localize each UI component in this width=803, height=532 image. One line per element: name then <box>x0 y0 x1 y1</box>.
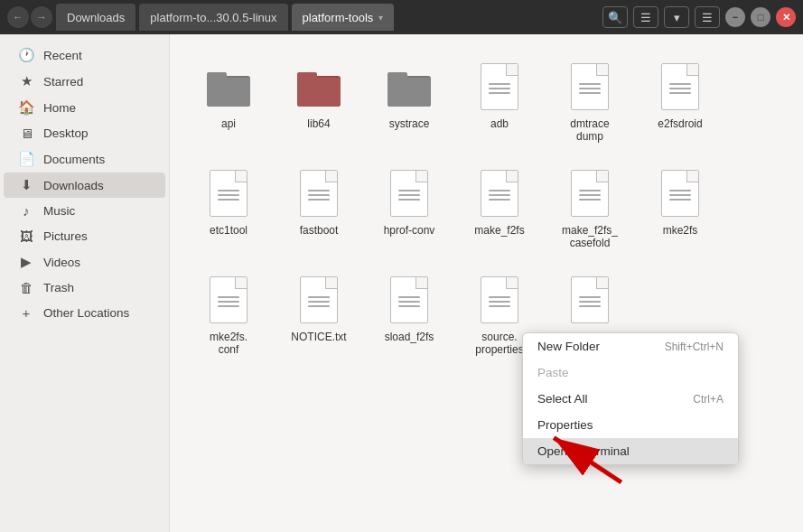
file-item-make-f2fs-casefold[interactable]: make_f2fs_casefold <box>549 159 630 257</box>
other-locations-icon: + <box>18 305 34 321</box>
doc-icon-e2fsdroid <box>657 60 704 114</box>
ctx-paste-label: Paste <box>537 366 569 379</box>
doc-icon-mke2fs <box>657 166 704 220</box>
file-label-notice-txt: NOTICE.txt <box>291 331 346 343</box>
file-label-mke2fs-conf: mke2fs.conf <box>210 331 247 356</box>
main-area: 🕐 Recent ★ Starred 🏠 Home 🖥 Desktop 📄 Do… <box>0 34 803 532</box>
ctx-new-folder-label: New Folder <box>537 340 600 353</box>
tab-platform-tools[interactable]: platform-tools ▾ <box>292 4 395 31</box>
file-label-api: api <box>221 117 236 130</box>
file-item-notice-txt[interactable]: NOTICE.txt <box>278 266 359 363</box>
tab-platform-linux[interactable]: platform-to...30.0.5-linux <box>139 4 287 31</box>
videos-icon: ▶ <box>18 254 34 270</box>
ctx-new-folder[interactable]: New Folder Shift+Ctrl+N <box>523 333 738 359</box>
list-view-button[interactable]: ☰ <box>633 6 658 28</box>
maximize-button[interactable]: □ <box>751 7 770 27</box>
file-label-adb: adb <box>490 117 509 130</box>
sidebar-item-downloads-label: Downloads <box>43 179 104 192</box>
trash-icon: 🗑 <box>18 280 34 295</box>
file-item-etc1tool[interactable]: etc1tool <box>188 159 269 257</box>
file-item-api[interactable]: api <box>188 52 269 150</box>
sidebar-item-recent[interactable]: 🕐 Recent <box>4 42 165 68</box>
doc-icon-mke2fs-conf <box>205 273 252 327</box>
close-button[interactable]: ✕ <box>776 7 796 27</box>
ctx-new-folder-shortcut: Shift+Ctrl+N <box>665 341 724 353</box>
tab-platform-linux-label: platform-to...30.0.5-linux <box>150 11 276 24</box>
file-label-make-f2fs-casefold: make_f2fs_casefold <box>562 224 618 249</box>
music-icon: ♪ <box>18 203 34 219</box>
doc-icon-make-f2fs <box>476 166 523 220</box>
file-item-sload-f2fs[interactable]: sload_f2fs <box>369 266 450 363</box>
file-label-sload-f2fs: sload_f2fs <box>385 331 434 343</box>
forward-button[interactable]: → <box>31 6 52 28</box>
file-label-make-f2fs: make_f2fs <box>474 224 524 237</box>
sidebar: 🕐 Recent ★ Starred 🏠 Home 🖥 Desktop 📄 Do… <box>0 34 170 532</box>
doc-icon-fastboot <box>295 166 342 220</box>
file-item-mke2fs-conf[interactable]: mke2fs.conf <box>188 266 269 363</box>
back-button[interactable]: ← <box>7 6 29 28</box>
sidebar-item-desktop[interactable]: 🖥 Desktop <box>4 121 165 145</box>
nav-buttons: ← → <box>7 6 52 28</box>
doc-icon-etc1tool <box>205 166 252 220</box>
menu-button[interactable]: ☰ <box>695 6 720 28</box>
file-label-dmtracedump: dmtracedump <box>570 117 609 143</box>
folder-icon-api <box>205 60 252 114</box>
file-label-source-properties: source.properties <box>475 331 523 356</box>
file-label-etc1tool: etc1tool <box>210 224 247 237</box>
file-item-make-f2fs[interactable]: make_f2fs <box>459 159 540 257</box>
doc-icon-sload-f2fs <box>386 273 433 327</box>
sidebar-item-home-label: Home <box>43 101 76 115</box>
doc-icon-source-properties <box>476 273 523 327</box>
doc-icon-dmtracedump <box>566 60 613 114</box>
file-grid: api lib64 <box>188 52 785 363</box>
search-button[interactable]: 🔍 <box>602 6 628 28</box>
file-label-hprof-conv: hprof-conv <box>384 224 435 237</box>
sidebar-item-home[interactable]: 🏠 Home <box>4 95 165 120</box>
sidebar-item-desktop-label: Desktop <box>43 126 89 140</box>
svg-rect-2 <box>207 78 250 107</box>
svg-line-10 <box>554 420 621 500</box>
svg-rect-5 <box>297 78 341 107</box>
minimize-button[interactable]: − <box>725 7 745 27</box>
tab-platform-tools-label: platform-tools <box>303 11 374 24</box>
ctx-paste: Paste <box>523 359 738 386</box>
file-area: api lib64 <box>170 34 803 532</box>
view-toggle-button[interactable]: ▾ <box>664 6 689 28</box>
file-item-systrace[interactable]: systrace <box>369 52 450 150</box>
ctx-select-all-shortcut: Ctrl+A <box>693 393 724 406</box>
file-label-systrace: systrace <box>389 117 430 130</box>
sidebar-item-other-locations[interactable]: + Other Locations <box>4 301 165 325</box>
sidebar-item-documents[interactable]: 📄 Documents <box>4 146 165 172</box>
sidebar-item-trash[interactable]: 🗑 Trash <box>4 275 165 300</box>
file-item-lib64[interactable]: lib64 <box>278 52 359 150</box>
tab-downloads[interactable]: Downloads <box>56 4 135 31</box>
arrow-indicator <box>549 411 621 505</box>
file-item-fastboot[interactable]: fastboot <box>278 159 359 257</box>
titlebar: ← → Downloads platform-to...30.0.5-linux… <box>0 0 803 34</box>
file-item-e2fsdroid[interactable]: e2fsdroid <box>640 52 721 150</box>
svg-rect-8 <box>387 78 431 107</box>
recent-icon: 🕐 <box>18 47 34 63</box>
doc-icon-sqlite3 <box>566 273 613 327</box>
sidebar-item-videos[interactable]: ▶ Videos <box>4 249 165 275</box>
file-label-mke2fs: mke2fs <box>663 224 698 237</box>
tab-downloads-label: Downloads <box>67 11 125 24</box>
tab-dropdown-icon: ▾ <box>378 13 383 23</box>
titlebar-actions: 🔍 ☰ ▾ ☰ − □ ✕ <box>602 6 796 28</box>
file-item-hprof-conv[interactable]: hprof-conv <box>369 159 450 257</box>
ctx-select-all-label: Select All <box>537 392 588 406</box>
home-icon: 🏠 <box>18 99 34 116</box>
file-item-dmtracedump[interactable]: dmtracedump <box>549 52 630 150</box>
file-label-fastboot: fastboot <box>300 224 339 237</box>
sidebar-item-starred[interactable]: ★ Starred <box>4 69 165 94</box>
pictures-icon: 🖼 <box>18 229 34 244</box>
sidebar-item-pictures[interactable]: 🖼 Pictures <box>4 224 165 248</box>
file-item-adb[interactable]: adb <box>459 52 540 150</box>
folder-icon-systrace <box>386 60 433 114</box>
sidebar-item-trash-label: Trash <box>43 281 74 294</box>
ctx-select-all[interactable]: Select All Ctrl+A <box>523 386 738 412</box>
file-label-e2fsdroid: e2fsdroid <box>658 117 702 130</box>
file-item-mke2fs[interactable]: mke2fs <box>640 159 721 257</box>
sidebar-item-downloads[interactable]: ⬇ Downloads <box>4 173 165 198</box>
sidebar-item-music[interactable]: ♪ Music <box>4 199 165 223</box>
